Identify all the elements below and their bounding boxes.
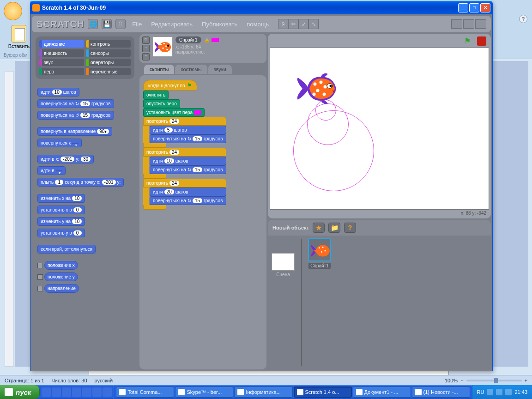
- rotation-360[interactable]: ↻: [142, 36, 150, 44]
- block-clear[interactable]: очистить: [143, 91, 169, 99]
- paint-sprite-button[interactable]: ★: [313, 223, 325, 233]
- repeat-3[interactable]: повторить24 идти20шагов повернуться на↻1…: [143, 179, 226, 210]
- block-xpos[interactable]: положение x: [44, 261, 78, 270]
- minimize-button[interactable]: _: [458, 3, 468, 12]
- svg-point-4: [166, 49, 168, 50]
- stage[interactable]: [270, 48, 489, 210]
- view-presentation[interactable]: [475, 19, 486, 29]
- task-item[interactable]: Total Comma...: [116, 387, 174, 398]
- block-set-y[interactable]: установить y в0: [37, 229, 85, 237]
- script-area[interactable]: когда щелкнут по⚑ очистить опустить перо…: [139, 75, 266, 369]
- tab-costumes[interactable]: костюмы: [175, 65, 207, 74]
- block-setcolor[interactable]: установить цвет пера: [143, 108, 205, 117]
- ql-app4[interactable]: [92, 387, 102, 397]
- block-change-y[interactable]: изменить y на10: [37, 217, 85, 226]
- maximize-button[interactable]: □: [469, 3, 479, 12]
- block-move[interactable]: идти10шагов: [37, 88, 79, 97]
- grow-icon[interactable]: ⤢: [298, 19, 308, 29]
- help-icon[interactable]: ?: [519, 15, 527, 23]
- stage-item[interactable]: Сцена: [272, 253, 295, 366]
- stamp-icon[interactable]: ⎘: [278, 19, 288, 29]
- rotation-none[interactable]: •: [142, 53, 150, 60]
- surprise-sprite-button[interactable]: ?: [344, 223, 356, 233]
- language-icon[interactable]: 🌐: [88, 19, 98, 29]
- sprite-coords: x: -136 y: 64: [175, 44, 264, 49]
- lock-icon[interactable]: 🔒: [204, 37, 210, 42]
- ql-ie[interactable]: [52, 387, 61, 397]
- sprite-on-stage[interactable]: [296, 70, 342, 107]
- paste-icon[interactable]: [12, 25, 26, 42]
- cat-pen[interactable]: перо: [39, 68, 84, 75]
- menu-edit[interactable]: Редактировать: [148, 19, 195, 30]
- start-button[interactable]: пуск: [0, 385, 40, 399]
- repeat-2[interactable]: повторить24 идти10шагов повернуться на↻1…: [143, 148, 226, 179]
- task-item[interactable]: (1) Новости -...: [412, 387, 470, 398]
- block-point[interactable]: повернуть в направление90▾: [37, 127, 112, 136]
- block-turn-cw[interactable]: повернуться на↻15градусов: [37, 99, 114, 108]
- task-item[interactable]: Skype™ - ber...: [175, 387, 233, 398]
- menu-file[interactable]: File: [129, 19, 145, 30]
- task-item-active[interactable]: Scratch 1.4 o...: [294, 387, 352, 398]
- tray-icon[interactable]: [505, 389, 512, 395]
- block-pendown[interactable]: опустить перо: [143, 99, 180, 108]
- close-button[interactable]: ✕: [480, 3, 490, 12]
- stop-button[interactable]: [477, 36, 486, 46]
- cat-operators[interactable]: операторы: [86, 59, 131, 66]
- block-bounce[interactable]: если край, оттолкнуться: [37, 245, 96, 254]
- block-glide[interactable]: плыть1секунд в точку x:-201y:: [37, 178, 124, 187]
- ql-app2[interactable]: [72, 387, 81, 397]
- checkbox[interactable]: [37, 263, 43, 268]
- block-goto-xy[interactable]: идти в x:-201y:30: [37, 155, 94, 163]
- rotation-flip[interactable]: ↔: [142, 45, 150, 52]
- shrink-icon[interactable]: ⤡: [308, 19, 319, 29]
- office-button[interactable]: [4, 2, 22, 20]
- tray-icon[interactable]: [487, 389, 493, 395]
- share-icon[interactable]: ⇧: [115, 19, 126, 29]
- checkbox[interactable]: [37, 274, 43, 280]
- ql-app1[interactable]: [62, 387, 71, 397]
- block-change-x[interactable]: изменить x на10: [37, 194, 85, 203]
- block-set-x[interactable]: установить x в0: [37, 206, 85, 214]
- save-icon[interactable]: 💾: [102, 19, 112, 29]
- system-tray[interactable]: RU 21:43: [472, 385, 532, 399]
- cut-icon[interactable]: ✂: [288, 19, 298, 29]
- block-direction[interactable]: направление: [44, 284, 79, 293]
- lang-indicator[interactable]: RU: [477, 389, 484, 395]
- task-item[interactable]: Інформатика...: [234, 387, 292, 398]
- cat-looks[interactable]: внешность: [39, 49, 84, 57]
- block-ypos[interactable]: положение y: [44, 272, 78, 281]
- cat-sound[interactable]: звук: [39, 59, 84, 66]
- tray-icon[interactable]: [496, 389, 502, 395]
- menu-share[interactable]: Публиковать: [199, 19, 240, 30]
- titlebar[interactable]: Scratch 1.4 of 30-Jun-09 _ □ ✕: [30, 1, 492, 14]
- block-goto[interactable]: идти в: [37, 166, 66, 175]
- paste-label: Вставить: [8, 43, 30, 49]
- cat-control[interactable]: контроль: [86, 40, 131, 48]
- checkbox[interactable]: [37, 286, 43, 291]
- tab-sounds[interactable]: звуки: [208, 65, 232, 74]
- cat-sensing[interactable]: сенсоры: [86, 49, 131, 57]
- view-small[interactable]: [451, 19, 462, 29]
- view-normal[interactable]: [463, 19, 474, 29]
- cat-variables[interactable]: переменные: [86, 68, 131, 75]
- menu-help[interactable]: помощь: [244, 19, 272, 30]
- mouse-coords: x: 88 y: -342: [270, 210, 489, 217]
- ql-app5[interactable]: [103, 387, 112, 397]
- sprite-name[interactable]: Спрайт1: [175, 36, 201, 43]
- hat-block[interactable]: когда щелкнут по⚑: [143, 80, 197, 91]
- choose-sprite-button[interactable]: 📁: [328, 223, 340, 233]
- sprite-item-1[interactable]: Спрайт1: [308, 238, 331, 366]
- sprite-thumbnail[interactable]: [152, 36, 173, 57]
- ql-app3[interactable]: [82, 387, 91, 397]
- cat-motion[interactable]: движение: [39, 40, 84, 48]
- block-turn-ccw[interactable]: повернуться на↺15градусов: [37, 111, 114, 120]
- repeat-1[interactable]: повторить24 идти5шагов повернуться на↻15…: [143, 117, 226, 148]
- word-zoom[interactable]: 100% − +: [445, 378, 527, 383]
- tab-scripts[interactable]: скрипты: [144, 65, 174, 74]
- clock[interactable]: 21:43: [514, 389, 527, 395]
- task-item[interactable]: Документ1 - ...: [353, 387, 411, 398]
- green-flag-button[interactable]: ⚑: [464, 36, 474, 46]
- ql-desktop[interactable]: [42, 387, 51, 397]
- block-point-towards[interactable]: повернуться к: [37, 139, 82, 147]
- status-lang: русский: [95, 378, 113, 383]
